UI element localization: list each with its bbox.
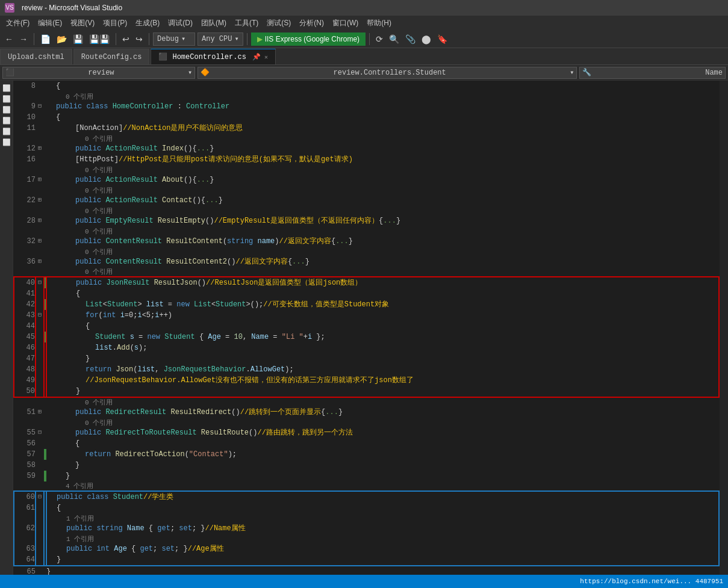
attach-button[interactable]: 📎: [403, 33, 418, 45]
line-num: 40: [14, 277, 36, 288]
tab-upload[interactable]: Upload.cshtml: [0, 49, 72, 64]
code-cell: }: [46, 554, 719, 566]
line-num: 43: [14, 310, 36, 321]
refresh-button[interactable]: ⟳: [373, 33, 385, 45]
name-dropdown[interactable]: 🔧 Name: [579, 67, 726, 79]
undo-button[interactable]: ↩: [120, 33, 132, 45]
back-button[interactable]: ←: [2, 33, 16, 45]
tab-homecontroller[interactable]: ⬛ HomeController.cs 📌 ✕: [151, 49, 275, 64]
code-editor[interactable]: 8 { 0 个引用 9 ⊟: [13, 81, 720, 575]
menu-help[interactable]: 帮助(H): [363, 17, 395, 29]
collapse-cell[interactable]: ⊞: [36, 175, 44, 185]
collapse-cell: [36, 321, 44, 332]
wrench-icon: 🔧: [582, 68, 591, 77]
code-cell: 0 个引用: [46, 134, 719, 143]
menu-build[interactable]: 生成(B): [132, 17, 163, 29]
forward-button[interactable]: →: [17, 33, 30, 45]
sep4: [247, 33, 247, 45]
table-row: 61 {: [14, 503, 719, 513]
collapse-cell[interactable]: ⊟: [36, 277, 44, 288]
collapse-cell[interactable]: ⊟: [36, 101, 44, 112]
debug-config-dropdown[interactable]: Debug ▾: [153, 32, 195, 46]
main-area: ⬜ ⬜ ⬜ ⬜ ⬜ ⬜ 8 { 0 个引用: [0, 81, 728, 575]
code-cell: for(int i=0;i<5;i++): [46, 310, 719, 321]
code-cell: 0 个引用: [46, 267, 719, 277]
line-num: 48: [14, 364, 36, 375]
sidebar-icon-1[interactable]: ⬜: [2, 83, 11, 93]
table-row: 10 {: [14, 112, 719, 123]
line-num: 64: [14, 554, 36, 566]
collapse-cell[interactable]: ⊞: [36, 236, 44, 247]
table-row: 11 [NonAction]//NonAction是用户不能访问的意思: [14, 123, 719, 134]
open-button[interactable]: 📂: [54, 33, 69, 45]
save-all-button[interactable]: 💾💾: [87, 33, 112, 45]
collapse-cell[interactable]: ⊞: [36, 256, 44, 267]
menu-edit[interactable]: 编辑(E): [34, 17, 66, 29]
code-cell: list.Add(s);: [46, 342, 719, 353]
run-button[interactable]: ▶ IIS Express (Google Chrome): [251, 32, 366, 46]
redo-button[interactable]: ↪: [133, 33, 145, 45]
code-cell: 0 个引用: [46, 418, 719, 427]
menu-window[interactable]: 窗口(W): [329, 17, 362, 29]
table-row: 41 {: [14, 288, 719, 299]
tab-routeconfig[interactable]: RouteConfig.cs: [73, 49, 150, 64]
bookmark-button[interactable]: 🔖: [435, 33, 450, 45]
chevron-down-icon: ▾: [234, 34, 238, 43]
tab-bar: Upload.cshtml RouteConfig.cs ⬛ HomeContr…: [0, 48, 728, 65]
sidebar-icon-5[interactable]: ⬜: [2, 126, 11, 136]
pin-icon: 📌: [252, 53, 261, 61]
menu-debug[interactable]: 调试(D): [164, 17, 196, 29]
collapse-cell[interactable]: ⊞: [36, 195, 44, 206]
line-num: 9: [14, 101, 36, 112]
namespace-dropdown[interactable]: ⬛ review ▾: [2, 67, 195, 79]
code-cell: {: [46, 288, 719, 299]
member-icon: 🔶: [201, 68, 210, 77]
name-value: Name: [705, 69, 723, 77]
sidebar-icon-3[interactable]: ⬜: [2, 105, 11, 114]
code-cell: 0 个引用: [46, 165, 719, 175]
code-cell: }: [46, 386, 719, 397]
line-num: 32: [14, 236, 36, 247]
sidebar-icon-6[interactable]: ⬜: [2, 137, 11, 147]
table-row: 16 [HttpPost]//HttpPost是只能用post请求访问的意思(如…: [14, 154, 719, 165]
table-row: 49 //JsonRequestBehavior.AllowGet没有也不报错，…: [14, 375, 719, 386]
line-num: 10: [14, 112, 36, 123]
collapse-cell: [36, 288, 44, 299]
platform-dropdown[interactable]: Any CPU ▾: [198, 32, 243, 46]
menu-view[interactable]: 视图(V): [67, 17, 98, 29]
menu-file[interactable]: 文件(F): [2, 17, 33, 29]
collapse-cell[interactable]: ⊟: [36, 427, 44, 438]
save-button[interactable]: 💾: [70, 33, 86, 45]
code-cell: 0 个引用: [46, 206, 719, 215]
collapse-cell[interactable]: ⊟: [36, 491, 44, 503]
code-cell: 0 个引用: [46, 226, 719, 236]
collapse-cell[interactable]: ⊞: [36, 407, 44, 418]
menu-project[interactable]: 项目(P): [99, 17, 131, 29]
collapse-cell: [36, 91, 44, 101]
collapse-cell: [36, 375, 44, 386]
code-cell: }: [46, 460, 719, 471]
collapse-cell[interactable]: ⊞: [36, 215, 44, 226]
line-num: 51: [14, 407, 36, 418]
menu-analyze[interactable]: 分析(N): [296, 17, 328, 29]
table-row: 50 }: [14, 386, 719, 397]
member-dropdown[interactable]: 🔶 review.Controllers.Student ▾: [198, 67, 577, 79]
code-cell: 0 个引用: [46, 91, 719, 101]
menu-tools[interactable]: 工具(T): [231, 17, 262, 29]
menu-test[interactable]: 测试(S): [263, 17, 294, 29]
tab-close-button[interactable]: ✕: [264, 54, 268, 61]
new-button[interactable]: 📄: [38, 33, 53, 45]
collapse-cell[interactable]: ⊟: [36, 310, 44, 321]
table-row: 56 {: [14, 438, 719, 449]
collapse-cell: [36, 449, 44, 460]
search-button[interactable]: 🔍: [387, 33, 402, 45]
sidebar-icon-2[interactable]: ⬜: [2, 94, 11, 104]
breakpoint-button[interactable]: ⬤: [419, 33, 434, 45]
code-cell: public ContentResult ResultContent2()//返…: [46, 256, 719, 267]
collapse-cell[interactable]: ⊞: [36, 143, 44, 154]
menu-team[interactable]: 团队(M): [198, 17, 230, 29]
sidebar-icon-4[interactable]: ⬜: [2, 116, 11, 125]
table-row: 64 }: [14, 554, 719, 566]
app-icon: VS: [5, 3, 14, 13]
table-row: 51 ⊞ public RedirectResult ResultRedirec…: [14, 407, 719, 418]
